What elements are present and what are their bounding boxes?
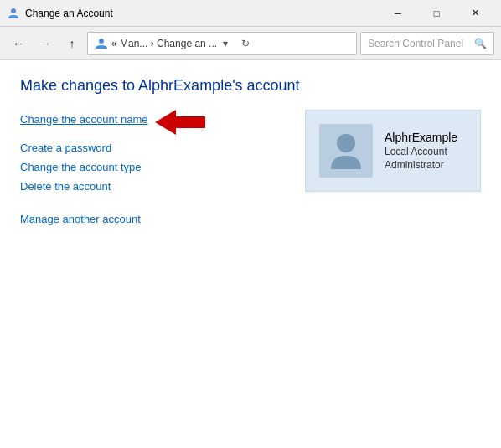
svg-point-1 [99,39,104,44]
title-bar: Change an Account ─ □ ✕ [0,0,501,27]
search-placeholder: Search Control Panel [368,38,463,49]
maximize-button[interactable]: □ [417,0,456,27]
account-detail-2: Administrator [385,159,457,171]
window-icon [7,7,20,20]
account-avatar [319,124,373,178]
page-heading: Make changes to AlphrExample's account [20,77,481,95]
main-content: Make changes to AlphrExample's account C… [0,60,501,448]
breadcrumb-text: « Man... › Change an ... [111,38,217,49]
forward-button[interactable]: → [34,32,57,55]
svg-marker-2 [155,110,205,135]
account-detail-1: Local Account [385,146,457,157]
separator [20,199,288,213]
window-controls: ─ □ ✕ [379,0,494,27]
svg-point-0 [11,8,16,13]
close-button[interactable]: ✕ [456,0,494,27]
links-section: Change the account name Create a passwor… [20,110,288,232]
search-box[interactable]: Search Control Panel 🔍 [360,32,494,55]
breadcrumb-icon [95,37,108,50]
avatar-icon [329,132,363,169]
content-area: Change the account name Create a passwor… [20,110,481,232]
change-name-row: Change the account name [20,110,288,135]
refresh-inline: ↻ [241,38,250,49]
change-account-name-link[interactable]: Change the account name [20,113,148,126]
breadcrumb[interactable]: « Man... › Change an ... ▾ ↻ [87,32,357,55]
up-button[interactable]: ↑ [60,32,84,55]
manage-another-account-link[interactable]: Manage another account [20,213,288,225]
minimize-button[interactable]: ─ [379,0,417,27]
account-card: AlphrExample Local Account Administrator [305,110,481,192]
delete-account-link[interactable]: Delete the account [20,180,288,193]
address-bar: ← → ↑ « Man... › Change an ... ▾ ↻ Searc… [0,27,501,60]
account-name: AlphrExample [385,131,457,144]
red-arrow [155,110,205,135]
back-button[interactable]: ← [7,32,30,55]
account-info: AlphrExample Local Account Administrator [385,131,457,171]
search-icon: 🔍 [474,38,487,49]
change-account-type-link[interactable]: Change the account type [20,161,288,173]
create-password-link[interactable]: Create a password [20,142,288,154]
svg-point-3 [337,134,355,152]
window-title: Change an Account [25,8,379,19]
breadcrumb-dropdown-icon[interactable]: ▾ [219,37,232,50]
